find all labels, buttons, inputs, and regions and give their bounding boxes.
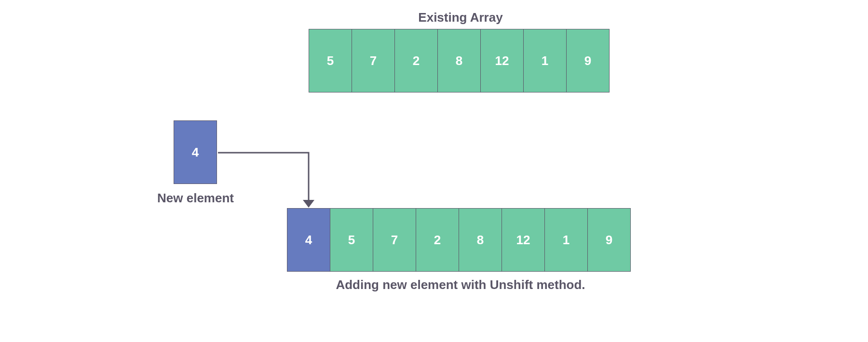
array-cell: 1 [523,29,567,92]
array-cell: 8 [437,29,481,92]
array-cell: 12 [480,29,524,92]
array-cell: 2 [416,208,459,272]
array-cell: 9 [587,208,631,272]
result-array-row: 4 5 7 2 8 12 1 9 [287,208,631,272]
array-cell: 2 [394,29,438,92]
new-element-label: New element [144,190,247,207]
array-cell: 12 [502,208,545,272]
existing-array-label: Existing Array [309,10,612,26]
result-array-label: Adding new element with Unshift method. [287,277,634,293]
array-cell: 5 [330,208,373,272]
array-cell: 8 [459,208,502,272]
array-cell: 1 [544,208,588,272]
new-element-cell-container: 4 [174,120,217,184]
existing-array-row: 5 7 2 8 12 1 9 [309,29,610,92]
array-cell: 5 [309,29,352,92]
array-cell: 7 [352,29,395,92]
array-cell: 4 [287,208,330,272]
array-cell: 7 [373,208,416,272]
array-cell: 9 [566,29,610,92]
new-element-cell: 4 [174,120,217,184]
